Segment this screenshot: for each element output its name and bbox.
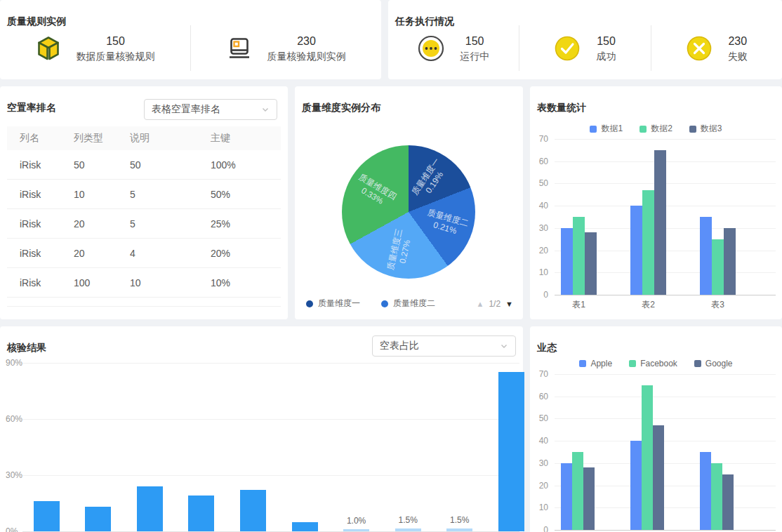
table-header-cell: 主键 (198, 132, 281, 145)
business-chart: 010203040506070AppleFacebookGoogle (530, 326, 782, 532)
legend-item[interactable]: 质量维度一 (306, 298, 360, 310)
legend-item[interactable]: 数据2 (639, 123, 672, 135)
legend-label: 数据2 (651, 123, 672, 135)
table-cell: iRisk (7, 159, 61, 171)
table-row: iRisk1001010% (7, 268, 281, 298)
y-axis-tick: 40 (530, 201, 548, 211)
y-axis-tick: 60 (530, 157, 548, 166)
y-axis-tick: 0% (6, 526, 27, 532)
bar (343, 529, 369, 531)
y-axis-tick: 20 (530, 246, 548, 255)
table-cell: 20 (61, 248, 117, 259)
table-cell: 20% (198, 248, 281, 259)
bar (653, 425, 664, 530)
table-row: iRisk20420% (7, 239, 281, 268)
bar (630, 441, 642, 530)
table-header-cell: 列名 (7, 132, 61, 145)
legend-swatch (639, 126, 647, 133)
success-icon (554, 35, 581, 62)
legend-item[interactable]: Google (694, 359, 733, 368)
vacancy-ranking-select[interactable]: 表格空置率排名 (144, 99, 277, 120)
bar (722, 474, 734, 530)
stat-value: 150 (77, 34, 155, 49)
legend-item[interactable]: 质量维度二 (381, 298, 435, 310)
y-axis-tick: 10 (530, 267, 548, 277)
panel-business: 业态 010203040506070AppleFacebookGoogle (530, 326, 782, 532)
bar (711, 463, 722, 530)
y-axis-tick: 40 (530, 436, 548, 446)
bar-label: 1.5% (441, 515, 478, 525)
bar (85, 507, 111, 531)
y-axis-tick: 0 (530, 525, 548, 532)
table-cell: 100% (198, 159, 281, 171)
table-cell: 20 (61, 218, 117, 230)
y-axis-tick: 90% (6, 358, 27, 368)
stat-value: 150 (596, 34, 616, 49)
legend-page-up-icon[interactable]: ▲ (477, 300, 484, 308)
table-count-chart: 010203040506070数据1数据2数据3表1表2表3 (530, 86, 782, 319)
bar (630, 206, 642, 295)
gridline (555, 441, 776, 441)
legend-dot (306, 300, 313, 307)
table-cell: 5 (117, 189, 198, 200)
table-cell: iRisk (7, 277, 61, 288)
chart-legend: AppleFacebookGoogle (530, 359, 782, 368)
stat-value: 230 (267, 34, 346, 49)
panel-title-dimension-pie: 质量维度实例分布 (302, 102, 380, 114)
cube-icon (36, 36, 61, 61)
task-execution-stats: 150 运行中 150 成功 (388, 21, 782, 75)
bar (292, 522, 318, 531)
gridline (555, 418, 776, 419)
bar (240, 490, 266, 531)
bar (395, 528, 421, 531)
table-cell: 25% (198, 218, 281, 230)
select-value: 表格空置率排名 (152, 103, 220, 116)
legend-swatch (629, 360, 636, 367)
gridline (22, 363, 519, 364)
y-axis-tick: 30 (530, 458, 548, 468)
bar (724, 228, 736, 295)
bar (700, 217, 712, 295)
legend-item[interactable]: Apple (579, 359, 612, 368)
table-cell: iRisk (7, 218, 61, 230)
panel-vacancy-ranking: 空置率排名 表格空置率排名 列名列类型说明主键 iRisk5050100%iRi… (0, 86, 288, 319)
panel-verification: 核验结果 空表占比 0%30%60%90%1.0%1.5%1.5% (0, 326, 523, 532)
table-cell: 100 (61, 277, 117, 288)
legend-item[interactable]: Facebook (629, 359, 677, 368)
legend-swatch (579, 360, 586, 367)
legend-swatch (689, 126, 696, 133)
chevron-down-icon (261, 105, 270, 114)
stat-failed: 230 失败 (651, 34, 782, 63)
legend-pager: ▲ 1/2 ▼ (477, 299, 513, 309)
bar (572, 452, 583, 530)
stat-label: 成功 (596, 49, 616, 63)
y-axis-tick: 50 (530, 178, 548, 188)
legend-item[interactable]: 数据3 (689, 123, 722, 135)
stat-label: 失败 (728, 49, 748, 63)
table-cell: 50% (198, 189, 281, 200)
table-cell: iRisk (7, 189, 61, 200)
dashboard: 质量规则实例 150 数据质量核验规则 (0, 0, 782, 532)
legend-label: 质量维度一 (318, 298, 360, 310)
y-axis-tick: 60 (530, 392, 548, 401)
legend-swatch (694, 360, 701, 367)
bar (654, 150, 666, 295)
table-cell: 50 (61, 159, 117, 171)
legend-page-down-icon[interactable]: ▼ (505, 300, 513, 308)
gridline (22, 419, 519, 420)
gridline (555, 374, 776, 375)
gridline (555, 397, 776, 397)
panel-title-vacancy-ranking: 空置率排名 (7, 102, 56, 114)
stat-success: 150 成功 (519, 34, 650, 63)
pie-legend: 质量维度一质量维度二 ▲ 1/2 ▼ (306, 298, 513, 310)
stat-quality-rules: 150 数据质量核验规则 (0, 34, 190, 63)
bar (498, 372, 524, 531)
y-axis-tick: 20 (530, 481, 548, 491)
table-row-stub (7, 298, 281, 307)
stat-rule-instances: 230 质量核验规则实例 (191, 34, 381, 63)
verification-chart: 0%30%60%90%1.0%1.5%1.5% (0, 326, 523, 532)
chart-legend: 数据1数据2数据3 (530, 123, 782, 135)
legend-label: 数据3 (701, 123, 722, 135)
legend-item[interactable]: 数据1 (590, 123, 623, 135)
quality-rules-stats: 150 数据质量核验规则 230 质量核验规则实例 (0, 21, 381, 75)
